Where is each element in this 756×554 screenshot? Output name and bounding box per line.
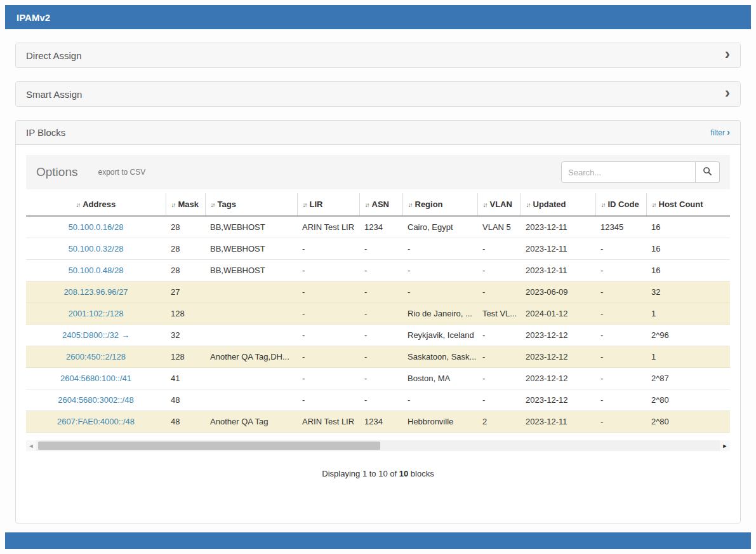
table-row: 2604:5680:3002::/4848----2023-12-12-2^80 <box>26 389 730 411</box>
sort-icon: ↓↑ <box>526 201 530 208</box>
cell: 48 <box>166 411 205 433</box>
cell: - <box>297 303 359 325</box>
direct-assign-label: Direct Assign <box>26 50 82 61</box>
cell: - <box>297 238 359 260</box>
cell: - <box>359 238 402 260</box>
sort-icon: ↓↑ <box>303 201 307 208</box>
cell: - <box>297 260 359 281</box>
address-cell: 208.123.96.96/27 <box>26 281 166 303</box>
cell: 2023-12-12 <box>521 325 595 346</box>
cell: 32 <box>166 325 205 346</box>
address-link[interactable]: 2600:450::2/128 <box>66 352 126 361</box>
column-header-mask[interactable]: ↓↑Mask <box>166 193 205 216</box>
address-link[interactable]: 50.100.0.32/28 <box>69 244 124 253</box>
cell: BB,WEBHOST <box>205 260 297 281</box>
cell: Another QA Tag,DH... <box>205 346 297 368</box>
cell: Boston, MA <box>402 368 477 389</box>
column-label: Tags <box>218 199 236 209</box>
ip-blocks-header[interactable]: IP Blocks filter › <box>16 121 740 145</box>
cell: 2023-06-09 <box>521 281 595 303</box>
address-link[interactable]: 2607:FAE0:4000::/48 <box>57 417 135 426</box>
table-body: 50.100.0.16/2828BB,WEBHOSTARIN Test LIR1… <box>26 216 730 433</box>
cell: - <box>595 368 646 389</box>
column-label: Region <box>415 199 443 209</box>
cell: 2023-12-11 <box>521 216 595 238</box>
address-link[interactable]: 50.100.0.48/28 <box>69 266 124 275</box>
forward-arrow-icon: → <box>121 330 129 340</box>
column-header-updated[interactable]: ↓↑Updated <box>521 193 595 216</box>
column-header-region[interactable]: ↓↑Region <box>402 193 477 216</box>
search-input[interactable] <box>561 161 696 183</box>
table-row: 2600:450::2/128128Another QA Tag,DH...--… <box>26 346 730 368</box>
column-label: LIR <box>310 199 323 209</box>
table-header-row: ↓↑Address↓↑Mask↓↑Tags↓↑LIR↓↑ASN↓↑Region↓… <box>26 193 730 216</box>
cell: 2023-12-12 <box>521 389 595 411</box>
ip-blocks-label: IP Blocks <box>26 127 65 138</box>
export-csv-link[interactable]: export to CSV <box>98 168 145 177</box>
cell: - <box>359 389 402 411</box>
column-header-tags[interactable]: ↓↑Tags <box>205 193 297 216</box>
cell: 1234 <box>359 411 402 433</box>
direct-assign-header[interactable]: Direct Assign › <box>16 43 740 67</box>
direct-assign-panel: Direct Assign › <box>15 43 741 68</box>
cell: 48 <box>166 389 205 411</box>
smart-assign-header[interactable]: Smart Assign › <box>16 82 740 106</box>
cell: 2023-12-12 <box>521 346 595 368</box>
column-header-host-count[interactable]: ↓↑Host Count <box>646 193 730 216</box>
cell: - <box>297 281 359 303</box>
address-link[interactable]: 2405:D800::/32 <box>62 330 119 340</box>
filter-link[interactable]: filter › <box>710 127 730 138</box>
address-cell: 2607:FAE0:4000::/48 <box>26 411 166 433</box>
app-title: IPAMv2 <box>17 12 50 23</box>
cell: - <box>359 281 402 303</box>
column-header-id-code[interactable]: ↓↑ID Code <box>595 193 646 216</box>
options-bar: Options export to CSV <box>26 155 730 189</box>
address-link[interactable]: 208.123.96.96/27 <box>63 287 128 297</box>
ip-blocks-table: ↓↑Address↓↑Mask↓↑Tags↓↑LIR↓↑ASN↓↑Region↓… <box>26 193 730 433</box>
cell: 2024-01-12 <box>521 303 595 325</box>
cell: 2^87 <box>646 368 730 389</box>
table-row: 2604:5680:100::/4141--Boston, MA-2023-12… <box>26 368 730 389</box>
cell: 2^80 <box>646 411 730 433</box>
cell: Hebbronville <box>402 411 477 433</box>
cell: BB,WEBHOST <box>205 238 297 260</box>
cell: 2^80 <box>646 389 730 411</box>
column-header-vlan[interactable]: ↓↑VLAN <box>477 193 521 216</box>
column-header-lir[interactable]: ↓↑LIR <box>297 193 359 216</box>
cell: - <box>595 411 646 433</box>
cell: - <box>402 238 477 260</box>
scrollbar-thumb[interactable] <box>38 442 380 450</box>
cell: Reykjavik, Iceland <box>402 325 477 346</box>
chevron-right-icon: › <box>725 46 730 64</box>
cell: Another QA Tag <box>205 411 297 433</box>
cell: - <box>297 389 359 411</box>
cell: 1234 <box>359 216 402 238</box>
cell: ARIN Test LIR <box>297 216 359 238</box>
address-cell: 50.100.0.32/28 <box>26 238 166 260</box>
cell: - <box>595 281 646 303</box>
sort-icon: ↓↑ <box>652 201 656 208</box>
cell: - <box>359 325 402 346</box>
table-row: 50.100.0.16/2828BB,WEBHOSTARIN Test LIR1… <box>26 216 730 238</box>
cell: - <box>402 260 477 281</box>
cell: 2 <box>477 411 521 433</box>
column-header-asn[interactable]: ↓↑ASN <box>359 193 402 216</box>
search-button[interactable] <box>696 161 720 183</box>
cell: 28 <box>166 216 205 238</box>
address-link[interactable]: 2604:5680:3002::/48 <box>58 395 133 405</box>
ip-blocks-body: Options export to CSV <box>16 145 740 523</box>
scroll-left-button[interactable]: ◄ <box>26 440 36 451</box>
cell: BB,WEBHOST <box>205 216 297 238</box>
cell: 1 <box>646 346 730 368</box>
cell: - <box>595 303 646 325</box>
sort-icon: ↓↑ <box>483 201 487 208</box>
cell: - <box>402 281 477 303</box>
address-link[interactable]: 2604:5680:100::/41 <box>60 374 131 383</box>
horizontal-scrollbar: ◄ ► <box>26 440 730 451</box>
pagination-total: 10 <box>399 469 408 478</box>
address-link[interactable]: 2001:102::/128 <box>69 309 124 318</box>
address-link[interactable]: 50.100.0.16/28 <box>69 222 124 232</box>
scrollbar-track[interactable] <box>36 440 720 451</box>
scroll-right-button[interactable]: ► <box>720 440 730 451</box>
column-header-address[interactable]: ↓↑Address <box>26 193 166 216</box>
